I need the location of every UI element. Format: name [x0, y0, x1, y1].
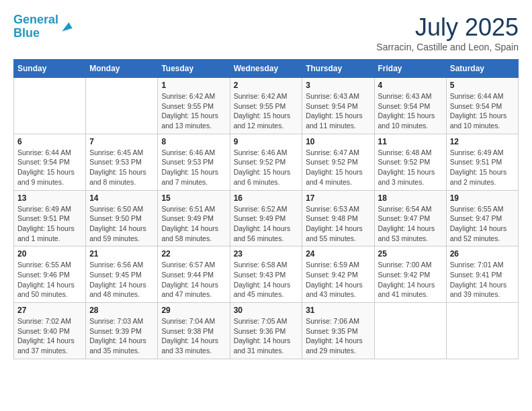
calendar-cell: 27Sunrise: 7:02 AM Sunset: 9:40 PM Dayli…	[14, 303, 86, 359]
day-number: 19	[450, 193, 515, 203]
day-info: Sunrise: 7:05 AM Sunset: 9:36 PM Dayligh…	[234, 316, 299, 356]
day-number: 25	[378, 249, 443, 259]
day-number: 14	[89, 193, 154, 203]
header-tuesday: Tuesday	[158, 60, 230, 78]
day-number: 4	[378, 81, 443, 90]
day-number: 24	[306, 249, 370, 259]
header-thursday: Thursday	[302, 60, 374, 78]
day-info: Sunrise: 7:00 AM Sunset: 9:42 PM Dayligh…	[378, 260, 443, 300]
logo-text: General Blue	[13, 13, 58, 40]
calendar-cell: 28Sunrise: 7:03 AM Sunset: 9:39 PM Dayli…	[86, 303, 158, 359]
day-number: 26	[450, 249, 515, 259]
logo-line1: General	[13, 13, 58, 26]
day-number: 18	[378, 193, 443, 203]
calendar-cell: 1Sunrise: 6:42 AM Sunset: 9:55 PM Daylig…	[158, 78, 230, 134]
day-info: Sunrise: 6:43 AM Sunset: 9:54 PM Dayligh…	[378, 91, 443, 131]
calendar-cell: 24Sunrise: 6:59 AM Sunset: 9:42 PM Dayli…	[302, 246, 374, 303]
week-row-3: 13Sunrise: 6:49 AM Sunset: 9:51 PM Dayli…	[14, 190, 519, 246]
day-info: Sunrise: 6:55 AM Sunset: 9:47 PM Dayligh…	[450, 204, 515, 244]
day-number: 28	[89, 306, 154, 315]
location-subtitle: Sarracin, Castille and Leon, Spain	[376, 42, 519, 52]
day-info: Sunrise: 6:56 AM Sunset: 9:45 PM Dayligh…	[89, 260, 154, 300]
day-info: Sunrise: 6:44 AM Sunset: 9:54 PM Dayligh…	[17, 148, 82, 187]
day-number: 15	[161, 193, 226, 203]
calendar-cell: 30Sunrise: 7:05 AM Sunset: 9:36 PM Dayli…	[230, 303, 302, 359]
day-number: 10	[306, 137, 370, 146]
header-monday: Monday	[86, 60, 158, 78]
calendar-cell: 29Sunrise: 7:04 AM Sunset: 9:38 PM Dayli…	[158, 303, 230, 359]
calendar-cell: 16Sunrise: 6:52 AM Sunset: 9:49 PM Dayli…	[230, 190, 302, 246]
calendar-table: SundayMondayTuesdayWednesdayThursdayFrid…	[13, 59, 519, 359]
calendar-cell: 19Sunrise: 6:55 AM Sunset: 9:47 PM Dayli…	[446, 190, 518, 246]
calendar-cell: 17Sunrise: 6:53 AM Sunset: 9:48 PM Dayli…	[302, 190, 374, 246]
calendar-cell: 7Sunrise: 6:45 AM Sunset: 9:53 PM Daylig…	[86, 134, 158, 190]
day-info: Sunrise: 6:46 AM Sunset: 9:52 PM Dayligh…	[234, 148, 299, 187]
day-info: Sunrise: 6:49 AM Sunset: 9:51 PM Dayligh…	[17, 204, 82, 244]
logo: General Blue	[13, 13, 73, 40]
day-info: Sunrise: 6:58 AM Sunset: 9:43 PM Dayligh…	[234, 260, 299, 300]
title-block: July 2025 Sarracin, Castille and Leon, S…	[376, 13, 519, 52]
day-info: Sunrise: 6:52 AM Sunset: 9:49 PM Dayligh…	[234, 204, 299, 244]
logo-line2: Blue	[13, 26, 40, 40]
header-sunday: Sunday	[14, 60, 86, 78]
day-number: 30	[234, 306, 299, 315]
calendar-cell: 20Sunrise: 6:55 AM Sunset: 9:46 PM Dayli…	[14, 246, 86, 303]
day-number: 11	[378, 137, 443, 146]
day-info: Sunrise: 6:44 AM Sunset: 9:54 PM Dayligh…	[450, 91, 515, 131]
calendar-cell: 23Sunrise: 6:58 AM Sunset: 9:43 PM Dayli…	[230, 246, 302, 303]
day-number: 17	[306, 193, 370, 203]
day-info: Sunrise: 6:42 AM Sunset: 9:55 PM Dayligh…	[161, 91, 226, 131]
day-info: Sunrise: 6:45 AM Sunset: 9:53 PM Dayligh…	[89, 148, 154, 187]
calendar-cell: 6Sunrise: 6:44 AM Sunset: 9:54 PM Daylig…	[14, 134, 86, 190]
day-number: 21	[89, 249, 154, 259]
calendar-cell: 3Sunrise: 6:43 AM Sunset: 9:54 PM Daylig…	[302, 78, 374, 134]
header-friday: Friday	[374, 60, 446, 78]
day-number: 23	[234, 249, 299, 259]
calendar-cell: 9Sunrise: 6:46 AM Sunset: 9:52 PM Daylig…	[230, 134, 302, 190]
header-saturday: Saturday	[446, 60, 518, 78]
day-info: Sunrise: 6:49 AM Sunset: 9:51 PM Dayligh…	[450, 148, 515, 187]
calendar-cell: 5Sunrise: 6:44 AM Sunset: 9:54 PM Daylig…	[446, 78, 518, 134]
day-number: 1	[161, 81, 226, 90]
day-info: Sunrise: 7:06 AM Sunset: 9:35 PM Dayligh…	[306, 316, 370, 356]
calendar-cell: 31Sunrise: 7:06 AM Sunset: 9:35 PM Dayli…	[302, 303, 374, 359]
day-number: 22	[161, 249, 226, 259]
day-info: Sunrise: 7:03 AM Sunset: 9:39 PM Dayligh…	[89, 316, 154, 356]
calendar-cell: 2Sunrise: 6:42 AM Sunset: 9:55 PM Daylig…	[230, 78, 302, 134]
day-info: Sunrise: 6:51 AM Sunset: 9:49 PM Dayligh…	[161, 204, 226, 244]
day-number: 12	[450, 137, 515, 146]
day-number: 13	[17, 193, 82, 203]
calendar-cell	[86, 78, 158, 134]
day-info: Sunrise: 7:02 AM Sunset: 9:40 PM Dayligh…	[17, 316, 82, 356]
day-info: Sunrise: 7:04 AM Sunset: 9:38 PM Dayligh…	[161, 316, 226, 356]
header-wednesday: Wednesday	[230, 60, 302, 78]
week-row-1: 1Sunrise: 6:42 AM Sunset: 9:55 PM Daylig…	[14, 78, 519, 134]
week-row-2: 6Sunrise: 6:44 AM Sunset: 9:54 PM Daylig…	[14, 134, 519, 190]
day-number: 5	[450, 81, 515, 90]
day-number: 31	[306, 306, 370, 315]
day-number: 9	[234, 137, 299, 146]
day-number: 8	[161, 137, 226, 146]
day-number: 20	[17, 249, 82, 259]
day-info: Sunrise: 6:50 AM Sunset: 9:50 PM Dayligh…	[89, 204, 154, 244]
day-number: 2	[234, 81, 299, 90]
day-info: Sunrise: 6:42 AM Sunset: 9:55 PM Dayligh…	[234, 91, 299, 131]
day-info: Sunrise: 6:53 AM Sunset: 9:48 PM Dayligh…	[306, 204, 370, 244]
day-info: Sunrise: 6:57 AM Sunset: 9:44 PM Dayligh…	[161, 260, 226, 300]
calendar-cell	[446, 303, 518, 359]
calendar-cell: 14Sunrise: 6:50 AM Sunset: 9:50 PM Dayli…	[86, 190, 158, 246]
calendar-cell: 26Sunrise: 7:01 AM Sunset: 9:41 PM Dayli…	[446, 246, 518, 303]
calendar-cell: 18Sunrise: 6:54 AM Sunset: 9:47 PM Dayli…	[374, 190, 446, 246]
day-number: 7	[89, 137, 154, 146]
day-info: Sunrise: 6:43 AM Sunset: 9:54 PM Dayligh…	[306, 91, 370, 131]
week-row-4: 20Sunrise: 6:55 AM Sunset: 9:46 PM Dayli…	[14, 246, 519, 303]
day-info: Sunrise: 6:54 AM Sunset: 9:47 PM Dayligh…	[378, 204, 443, 244]
page-header: General Blue July 2025 Sarracin, Castill…	[13, 13, 519, 52]
day-info: Sunrise: 6:55 AM Sunset: 9:46 PM Dayligh…	[17, 260, 82, 300]
calendar-body: 1Sunrise: 6:42 AM Sunset: 9:55 PM Daylig…	[14, 78, 519, 359]
calendar-cell	[374, 303, 446, 359]
day-number: 29	[161, 306, 226, 315]
calendar-cell: 11Sunrise: 6:48 AM Sunset: 9:52 PM Dayli…	[374, 134, 446, 190]
calendar-header-row: SundayMondayTuesdayWednesdayThursdayFrid…	[14, 60, 519, 78]
day-info: Sunrise: 7:01 AM Sunset: 9:41 PM Dayligh…	[450, 260, 515, 300]
